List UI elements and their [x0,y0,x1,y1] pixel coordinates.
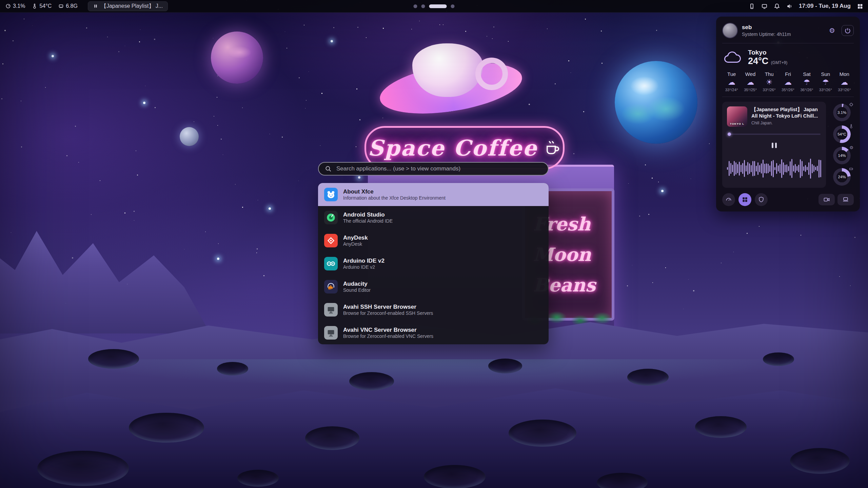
memory-icon [58,3,64,9]
phone-link-icon[interactable] [749,3,755,9]
app-description: Browse for Zeroconf-enabled VNC Servers [343,333,433,340]
cloud-icon: ☁ [728,79,735,86]
cloud-icon: ☁ [841,79,848,86]
gear-icon: ⚙ [829,27,835,34]
launcher-item[interactable]: Arduino IDE v2 Arduino IDE v2 [318,252,549,275]
top-bar: 3.1% 54°C 6.8G 【Japanese Playlist】 J... [0,0,868,13]
forecast-day: Sat ☂ 36°/26° [797,71,816,92]
sun-icon: ☀ [766,79,773,86]
forecast-temps: 33°/26° [763,88,776,92]
disk-gauge: 24% [833,168,851,186]
forecast-temps: 36°/26° [800,88,813,92]
screencast-button[interactable] [818,194,835,205]
forecast-temps: 33°/26° [838,88,851,92]
cpu-usage-value: 3.1% [13,3,25,9]
grid-icon [742,196,748,203]
gauge-value: 3.1% [833,104,851,121]
app-description: Information about the Xfce Desktop Envir… [343,195,446,201]
mountains [0,211,210,333]
power-button[interactable] [842,25,854,36]
panel-actions [722,193,854,206]
forecast-temps: 33°/24° [725,88,738,92]
launcher-item[interactable]: Audacity Sound Editor [318,275,549,298]
arduino-icon [324,257,338,270]
network-icon[interactable] [761,3,768,9]
workspace-dot[interactable] [414,4,417,8]
dashboard-button[interactable] [722,193,735,206]
sign-text: Space Coffee [368,135,538,161]
thermometer-icon [849,124,853,128]
forecast-day-label: Thu [765,71,774,77]
forecast-day-label: Sat [803,71,811,77]
android-studio-icon [324,211,338,224]
settings-button[interactable]: ⚙ [826,25,838,36]
launcher-search[interactable] [318,162,549,176]
coffee-cup-icon [544,139,561,157]
gauge-icon [5,3,11,9]
temperature-gauge: 54°C [833,125,851,143]
cloud-icon: ☁ [784,79,792,86]
forecast-day-label: Tue [727,71,736,77]
umbrella-icon: ☂ [804,79,810,86]
forecast-temps: 35°/25° [744,88,757,92]
system-gauges: 3.1% 54°C 14% ⚙ 24% [830,102,854,188]
anydesk-icon [324,234,338,247]
small-moon [180,127,199,146]
track-title: 【Japanese Playlist】 Japan All Night - To… [751,106,821,119]
launcher-item[interactable]: AnyDesk AnyDesk [318,229,549,252]
notification-bell-icon[interactable] [774,3,780,9]
gauge-value: 54°C [833,125,851,143]
app-name: Avahi VNC Server Browser [343,326,433,333]
forecast-row: Tue ☁ 33°/24° Wed ☁ 35°/25° Thu ☀ 33°/26… [722,71,854,92]
control-panel: seb System Uptime: 4h11m ⚙ Tokyo 24°C (G… [716,17,860,211]
username: seb [742,24,791,31]
pause-button[interactable] [767,140,781,150]
progress-bar[interactable] [728,134,821,135]
forecast-day-label: Sun [821,71,830,77]
temperature-value: 54°C [39,3,52,9]
security-button[interactable] [755,193,768,206]
forecast-temps: 35°/26° [782,88,794,92]
workspace-dot[interactable] [451,4,455,8]
cpu-usage-indicator: 3.1% [5,3,25,9]
display-button[interactable] [837,194,854,205]
weather-section: Tokyo 24°C (GMT+9) [722,48,854,66]
laptop-icon [842,196,849,203]
launcher-results: About Xfce Information about the Xfce De… [318,183,549,344]
launcher-item[interactable]: Avahi SSH Server Browser Browse for Zero… [318,298,549,321]
xfce-icon [324,188,338,201]
app-description: Browse for Zeroconf-enabled SSH Servers [343,310,433,317]
workspace-dot[interactable] [421,4,425,8]
volume-icon[interactable] [786,3,793,9]
search-icon [325,165,332,172]
now-playing-widget[interactable]: 【Japanese Playlist】 J... [88,1,168,11]
app-name: Arduino IDE v2 [343,257,384,264]
forecast-day: Thu ☀ 33°/26° [760,71,778,92]
progress-knob[interactable] [728,133,731,136]
forecast-day-label: Wed [745,71,756,77]
avahi-icon [324,303,338,317]
launcher-item[interactable]: Avahi VNC Server Browser Browse for Zero… [318,321,549,344]
divider [722,43,854,43]
workspace-dot-active[interactable] [429,4,447,8]
cloud-icon: ☁ [747,79,754,86]
clock[interactable]: 17:09 - Tue, 19 Aug [799,3,851,9]
user-section: seb System Uptime: 4h11m ⚙ [722,23,854,38]
app-description: Arduino IDE v2 [343,264,384,270]
now-playing-text: 【Japanese Playlist】 J... [101,3,163,10]
waveform [727,154,821,183]
launcher-item[interactable]: Android Studio The official Android IDE [318,206,549,229]
music-player: TOKYO L 【Japanese Playlist】 Japan All Ni… [722,102,826,188]
weather-temp: 24°C [748,56,768,66]
forecast-day-label: Fri [785,71,791,77]
avatar [722,23,738,38]
workspace-indicator [414,0,455,12]
app-name: Android Studio [343,211,393,218]
divider [722,97,854,97]
app-grid-button[interactable] [738,193,751,206]
app-name: Avahi SSH Server Browser [343,303,433,310]
launcher-item[interactable]: About Xfce Information about the Xfce De… [318,183,549,206]
weather-timezone: (GMT+9) [771,60,787,65]
app-grid-icon[interactable] [857,3,863,9]
search-input[interactable] [336,165,542,172]
